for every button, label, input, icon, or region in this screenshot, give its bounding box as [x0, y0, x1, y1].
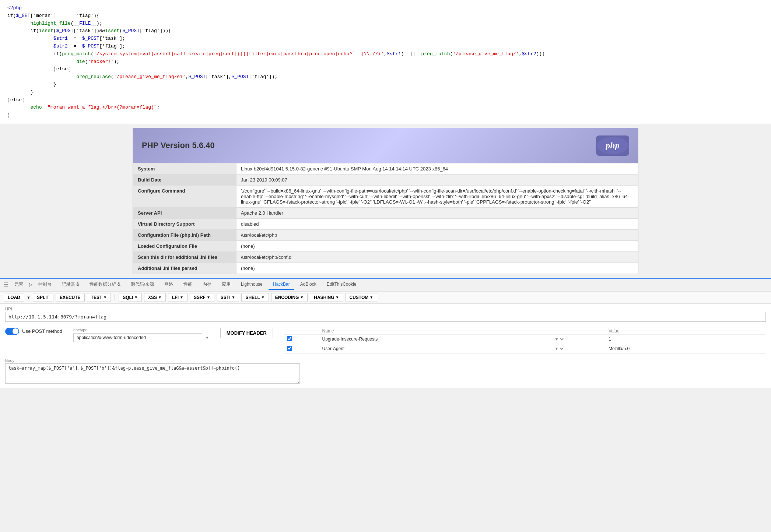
hackbar-url-section: URL [0, 304, 771, 325]
phpinfo-label: Server API [133, 207, 236, 218]
code-line: highlight_file(__FILE__); [7, 20, 764, 28]
lfi-button[interactable]: LFI ▼ [168, 293, 188, 302]
phpinfo-value: (none) [236, 263, 638, 274]
load-arrow-icon[interactable]: ▼ [27, 295, 31, 300]
ssti-button[interactable]: SSTI ▼ [217, 293, 239, 302]
devtools-icon-elements: ☰ [4, 282, 8, 288]
code-line: if(isset($_POST['task'])&&isset($_POST['… [7, 27, 764, 35]
header-table-section: Name Value ▼▼ [284, 328, 766, 354]
post-method-toggle[interactable] [5, 328, 19, 335]
header-dropdown[interactable]: ▼ [553, 346, 565, 351]
xss-button[interactable]: XSS ▼ [144, 293, 166, 302]
test-arrow-icon: ▼ [103, 295, 107, 299]
phpinfo-value: './configure' '--build=x86_64-linux-gnu'… [236, 185, 638, 207]
header-name-input[interactable] [322, 346, 389, 351]
phpinfo-header: PHP Version 5.6.40 php [133, 128, 638, 163]
code-line: $str2 = $_POST['flag']; [7, 43, 764, 50]
xss-arrow-icon: ▼ [158, 295, 162, 299]
phpinfo-section: PHP Version 5.6.40 php SystemLinux b20cf… [133, 128, 638, 274]
tab-performance-insights[interactable]: 性能数据分析 & [85, 279, 125, 290]
code-line: if(preg_match('/system|system|eval|asser… [7, 50, 764, 58]
enctype-section: enctype ▼ [73, 328, 209, 342]
header-value-input[interactable] [609, 346, 653, 351]
tab-memory[interactable]: 内存 [198, 279, 216, 290]
shell-button[interactable]: SHELL ▼ [241, 293, 269, 302]
url-input[interactable] [5, 312, 766, 322]
url-label: URL [5, 307, 766, 311]
phpinfo-value: Linux b20cf4d91041 5.15.0-82-generic #91… [236, 163, 638, 174]
test-button[interactable]: TEST ▼ [87, 293, 111, 302]
code-line: <?php [7, 4, 764, 12]
enctype-dropdown-icon[interactable]: ▼ [205, 335, 209, 340]
header-name-col: Name [319, 328, 550, 335]
phpinfo-label: Scan this dir for additional .ini files [133, 251, 236, 263]
hashing-button[interactable]: HASHING ▼ [310, 293, 343, 302]
phpinfo-value: Jan 23 2019 00:09:07 [236, 174, 638, 185]
header-value-col: Value [606, 328, 766, 335]
php-logo: php [596, 135, 629, 156]
tab-editthiscookie[interactable]: EditThisCookie [322, 279, 361, 290]
header-row: ▼ [284, 344, 766, 353]
post-method-label: Use POST method [22, 328, 62, 334]
modify-header-button[interactable]: MODIFY HEADER [220, 328, 273, 338]
header-checkbox[interactable] [287, 346, 292, 351]
custom-button[interactable]: CUSTOM ▼ [346, 293, 378, 302]
devtools-bar[interactable]: ☰ 元素 ▷ 控制台 记录器 & 性能数据分析 & 源代码/来源 网络 性能 内… [0, 278, 771, 291]
tab-recorder[interactable]: 记录器 & [57, 279, 84, 290]
ssrf-arrow-icon: ▼ [207, 295, 210, 299]
code-line: preg_replace('/please_give_me_flag/ei',$… [7, 73, 764, 81]
phpinfo-value: disabled [236, 218, 638, 229]
lfi-arrow-icon: ▼ [180, 295, 183, 299]
phpinfo-value: /usr/local/etc/php [236, 229, 638, 240]
code-line: } [7, 89, 764, 96]
hackbar-section: LOAD ▼ SPLIT EXECUTE TEST ▼ SQLI ▼ XSS ▼… [0, 291, 771, 388]
load-button[interactable]: LOAD [4, 293, 24, 302]
enctype-input[interactable] [73, 333, 202, 342]
code-line: die('hacker!'); [7, 58, 764, 66]
encoding-button[interactable]: ENCODING ▼ [271, 293, 308, 302]
header-dropdown[interactable]: ▼ [553, 337, 565, 342]
tab-sources[interactable]: 源代码/来源 [126, 279, 158, 290]
body-label: Body [5, 358, 766, 363]
body-textarea[interactable]: task=array_map($_POST['a'],$_POST['b'])&… [5, 363, 300, 384]
ssti-arrow-icon: ▼ [232, 295, 235, 299]
tab-hackbar[interactable]: HackBar [269, 279, 294, 290]
tab-network[interactable]: 网络 [160, 279, 178, 290]
encoding-arrow-icon: ▼ [300, 295, 304, 299]
code-line: } [7, 112, 764, 119]
split-button[interactable]: SPLIT [33, 293, 53, 302]
header-value-input[interactable] [609, 337, 653, 342]
sqli-button[interactable]: SQLI ▼ [119, 293, 142, 302]
phpinfo-label: Build Date [133, 174, 236, 185]
header-table: Name Value ▼▼ [284, 328, 766, 354]
tab-elements[interactable]: 元素 [10, 279, 28, 290]
enctype-label: enctype [73, 328, 209, 332]
phpinfo-label: Configure Command [133, 185, 236, 207]
code-line: } [7, 81, 764, 89]
header-checkbox[interactable] [287, 336, 292, 341]
tab-lighthouse[interactable]: Lighthouse [236, 279, 267, 290]
phpinfo-table: SystemLinux b20cf4d91041 5.15.0-82-gener… [133, 163, 638, 274]
tab-adblock[interactable]: AdBlock [296, 279, 321, 290]
header-name-input[interactable] [322, 337, 389, 342]
code-line: }else{ [7, 66, 764, 73]
tab-performance[interactable]: 性能 [179, 279, 197, 290]
ssrf-button[interactable]: SSRF ▼ [190, 293, 214, 302]
hashing-arrow-icon: ▼ [336, 295, 339, 299]
phpinfo-label: Additional .ini files parsed [133, 263, 236, 274]
code-section: <?php if($_GET['moran'] === 'flag'){ hig… [0, 0, 771, 124]
code-line: }else{ [7, 96, 764, 104]
tab-application[interactable]: 应用 [217, 279, 235, 290]
phpinfo-label: Configuration File (php.ini) Path [133, 229, 236, 240]
php-version-title: PHP Version 5.6.40 [142, 141, 215, 150]
execute-button[interactable]: EXECUTE [56, 293, 85, 302]
code-line: if($_GET['moran'] === 'flag'){ [7, 12, 764, 20]
tab-console[interactable]: 控制台 [34, 279, 56, 290]
svg-text:php: php [605, 141, 619, 150]
phpinfo-label: Virtual Directory Support [133, 218, 236, 229]
phpinfo-label: Loaded Configuration File [133, 240, 236, 251]
hackbar-options-row: Use POST method enctype ▼ MODIFY HEADER … [0, 325, 771, 357]
phpinfo-value: Apache 2.0 Handler [236, 207, 638, 218]
enctype-row: ▼ [73, 333, 209, 342]
post-method-toggle-area: Use POST method [5, 328, 62, 335]
